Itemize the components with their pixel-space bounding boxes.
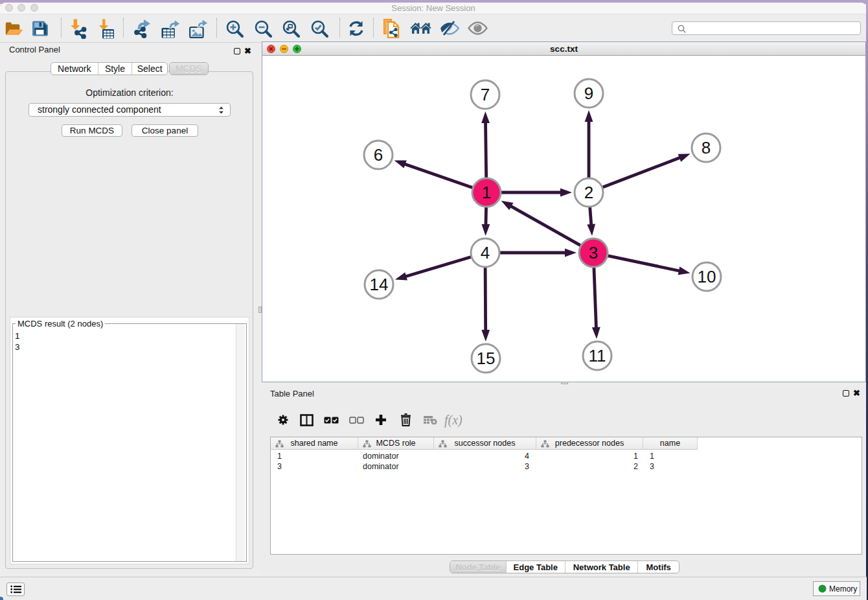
svg-text:15: 15 bbox=[477, 349, 496, 368]
svg-text:10: 10 bbox=[698, 267, 716, 286]
svg-text:9: 9 bbox=[584, 84, 593, 103]
svg-text:4: 4 bbox=[481, 243, 490, 262]
svg-text:2: 2 bbox=[584, 183, 593, 202]
svg-text:11: 11 bbox=[589, 346, 606, 365]
svg-text:6: 6 bbox=[374, 145, 383, 165]
svg-text:3: 3 bbox=[589, 243, 598, 262]
svg-text:8: 8 bbox=[702, 138, 711, 157]
svg-text:7: 7 bbox=[481, 85, 490, 104]
svg-text:1: 1 bbox=[482, 183, 491, 202]
svg-text:14: 14 bbox=[370, 275, 389, 294]
